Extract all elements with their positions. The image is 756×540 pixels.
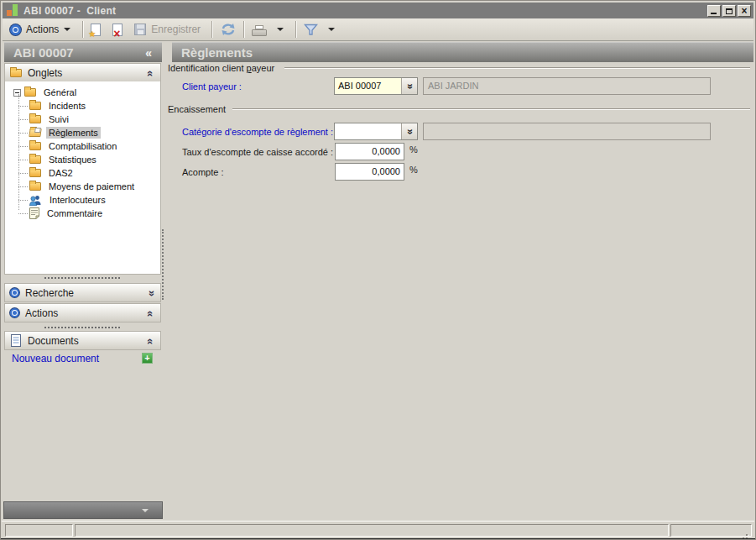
page-title: Règlements <box>181 43 253 62</box>
onglets-tree: GénéralIncidentsSuiviRèglementsComptabil… <box>4 81 161 275</box>
tree-connector <box>18 133 28 134</box>
actions-caret-icon <box>64 28 70 31</box>
tree-expander-icon[interactable] <box>13 89 21 97</box>
maximize-icon <box>726 8 733 14</box>
close-icon: × <box>741 7 747 15</box>
filter-icon <box>304 24 318 36</box>
delete-button[interactable]: × <box>110 22 125 38</box>
tree-item-das2[interactable]: DAS2 <box>18 166 76 180</box>
save-button-label: Enregistrer <box>151 24 201 35</box>
panel-header-documents[interactable]: Documents <box>4 331 161 350</box>
folder-icon <box>29 169 41 177</box>
categorie-escompte-dropdown-button[interactable] <box>401 123 417 139</box>
panel-header-actions[interactable]: Actions <box>4 303 161 322</box>
note-icon <box>29 207 39 219</box>
toolbar-separator <box>82 21 84 38</box>
window-title: ABI 00007 - Client <box>23 5 116 17</box>
client-payeur-label: Client payeur : <box>182 81 242 92</box>
categorie-escompte-combo[interactable] <box>334 123 418 140</box>
toolbar-separator <box>211 21 213 38</box>
maximize-button[interactable] <box>722 5 736 17</box>
minimize-button[interactable] <box>707 5 721 17</box>
save-button[interactable]: Enregistrer <box>132 22 203 37</box>
tree-connector <box>18 119 28 120</box>
sidebar-splitter-handle[interactable] <box>44 327 120 328</box>
panel-recherche-label: Recherche <box>25 287 74 299</box>
chevron-up-icon[interactable] <box>148 67 154 80</box>
folder-icon <box>29 102 41 110</box>
minimize-icon <box>711 13 717 14</box>
categorie-escompte-value <box>335 123 401 139</box>
taux-escompte-input[interactable]: 0,0000 <box>335 143 404 160</box>
app-icon <box>6 4 18 17</box>
sidebar-collapse-button[interactable]: « <box>145 44 152 62</box>
panel-header-recherche[interactable]: Recherche <box>4 283 161 302</box>
tree-item-moyens-de-paiement[interactable]: Moyens de paiement <box>18 180 137 193</box>
tree-item-suivi[interactable]: Suivi <box>18 113 71 126</box>
folder-icon <box>29 142 41 150</box>
tree-item-commentaire[interactable]: Commentaire <box>18 207 105 220</box>
document-icon <box>11 334 22 347</box>
status-bar <box>2 521 754 538</box>
tree-item-interlocuteurs[interactable]: Interlocuteurs <box>18 193 108 207</box>
filter-options-button[interactable] <box>321 26 342 33</box>
acompte-label: Acompte : <box>182 167 224 177</box>
toolbar: Actions ★ × Enregistrer <box>3 18 753 41</box>
tree-item-statistiques[interactable]: Statistiques <box>18 153 99 166</box>
actions-menu-button[interactable]: Actions <box>8 22 78 37</box>
group-identification-label: Identification client payeur <box>168 63 274 73</box>
sidebar-header: ABI 00007 « <box>4 42 162 62</box>
chevron-down-icon[interactable] <box>148 287 154 300</box>
tree-connector <box>18 200 28 201</box>
add-document-button[interactable]: + <box>142 353 153 364</box>
panel-actions-label: Actions <box>25 307 58 319</box>
categorie-escompte-name-field <box>423 123 711 140</box>
close-button[interactable]: × <box>738 5 751 17</box>
client-payeur-dropdown-button[interactable] <box>401 78 417 94</box>
filter-button[interactable] <box>301 22 321 38</box>
tree-item-reglements[interactable]: Règlements <box>18 126 101 139</box>
save-icon <box>134 24 146 35</box>
group-line <box>232 108 750 110</box>
group-encaissement-label: Encaissement <box>168 104 226 114</box>
recherche-target-icon <box>10 288 19 297</box>
print-caret-icon <box>277 28 284 31</box>
acompte-input[interactable]: 0,0000 <box>335 163 404 181</box>
folder-icon <box>29 182 41 191</box>
delete-icon: × <box>112 24 123 36</box>
group-line <box>284 67 750 69</box>
tree-item-incidents[interactable]: Incidents <box>18 99 88 113</box>
actions-menu-label: Actions <box>26 24 59 35</box>
tree-connector <box>18 160 28 160</box>
sidebar-overflow-bar[interactable] <box>3 501 163 519</box>
panel-onglets-label: Onglets <box>28 67 62 79</box>
folder-icon <box>29 115 41 123</box>
tree-item-comptabilisation[interactable]: Comptabilisation <box>18 139 119 153</box>
print-options-button[interactable] <box>269 26 291 33</box>
tree-connector <box>18 213 28 214</box>
print-button[interactable] <box>249 21 269 38</box>
client-payeur-combo[interactable]: ABI 00007 <box>334 77 418 95</box>
actions-target-icon <box>10 308 19 317</box>
new-button[interactable]: ★ <box>88 22 103 38</box>
chevron-up-icon[interactable] <box>148 335 154 348</box>
tree-connector <box>18 106 28 107</box>
panel-header-onglets[interactable]: Onglets <box>4 63 161 82</box>
tree-connector <box>18 146 28 147</box>
application-window: ABI 00007 - Client × Actions ★ × Enregis… <box>0 0 756 540</box>
folder-icon <box>10 69 22 77</box>
folder-icon <box>29 155 41 164</box>
people-icon <box>29 195 42 206</box>
filter-caret-icon <box>328 28 335 31</box>
toolbar-separator <box>243 21 245 38</box>
tree-item-general[interactable]: Général <box>13 86 79 99</box>
main-header: Règlements <box>172 42 753 62</box>
tree-connector <box>18 186 28 187</box>
folder-icon <box>24 88 36 97</box>
refresh-button[interactable] <box>217 21 239 38</box>
vertical-splitter-handle[interactable] <box>162 229 164 300</box>
nouveau-document-link[interactable]: Nouveau document <box>12 353 99 364</box>
chevron-up-icon[interactable] <box>148 307 154 320</box>
sidebar-splitter-handle[interactable] <box>44 277 120 279</box>
sidebar-header-title: ABI 00007 <box>13 43 74 62</box>
